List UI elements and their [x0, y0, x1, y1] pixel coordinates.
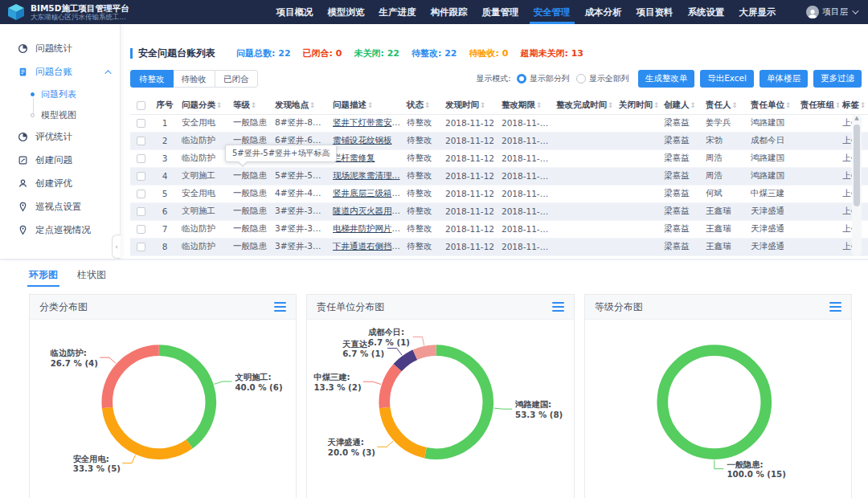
sidebar-item-issue-ledger[interactable]: 问题台账: [0, 60, 120, 84]
donut-slice-1[interactable]: [385, 407, 426, 452]
app-logo[interactable]: BIM5D施工项目管理平台 大东湖核心区污水传输系统工...: [6, 2, 129, 22]
select-all-checkbox[interactable]: [137, 101, 145, 110]
building-floor-button[interactable]: 单体楼层: [760, 70, 808, 88]
label-leader-line: [494, 408, 512, 409]
export-excel-button[interactable]: 导出Excel: [700, 70, 754, 88]
issue-description-link[interactable]: 现场泥浆需清理...: [333, 170, 400, 180]
scroll-up-icon[interactable]: ▲: [852, 115, 862, 121]
donut-slice-0[interactable]: [662, 350, 766, 454]
sort-icon[interactable]: ↕: [785, 101, 792, 109]
more-filter-button[interactable]: 更多过滤: [813, 70, 862, 88]
table-row[interactable]: 8临边防护一般隐患3#竖井-3#...下井通道右侧挡墙...待整改2018-11…: [130, 238, 868, 255]
table-row[interactable]: 1安全用电一般隐患8#竖井-8#...竖井下灯带需安装...待整改2018-11…: [130, 114, 868, 132]
sidebar-item-patrol-point-settings[interactable]: 巡视点设置: [0, 195, 120, 218]
issue-description-link[interactable]: 需铺设花纹钢板: [333, 135, 392, 145]
user-menu[interactable]: 项目层: [806, 6, 858, 18]
status-tab-closed[interactable]: 已闭合: [215, 70, 258, 88]
row-checkbox[interactable]: [137, 207, 145, 216]
nav-item-cost-analysis[interactable]: 成本分析: [578, 0, 629, 24]
sort-icon[interactable]: ↕: [860, 101, 866, 109]
status-tab-pending-rectify[interactable]: 待整改: [130, 70, 174, 88]
issue-description-link[interactable]: 竖井底层三级箱无...: [333, 188, 403, 198]
display-option-partial-columns[interactable]: 显示部分列: [517, 73, 570, 84]
donut-slice-1[interactable]: [108, 407, 190, 454]
chart-tab-donut[interactable]: 环形图: [29, 264, 58, 287]
display-option-all-columns[interactable]: 显示全部列: [576, 73, 629, 84]
donut-label-value: 6.7 % (1): [343, 349, 385, 358]
radio-selected-icon[interactable]: [517, 74, 526, 84]
table-scrollbar[interactable]: ▲: [852, 114, 862, 256]
sort-icon[interactable]: ↕: [424, 101, 431, 109]
stat-pending-accept: 待验收: 0: [469, 47, 509, 59]
hamburger-menu-icon[interactable]: [274, 302, 286, 312]
table-row[interactable]: 5安全用电一般隐患4#竖井-4#...竖井底层三级箱无...待整改2018-11…: [130, 185, 868, 202]
row-checkbox[interactable]: [137, 154, 145, 163]
sidebar-item-review-stats[interactable]: 评优统计: [0, 125, 120, 149]
row-checkbox[interactable]: [137, 119, 145, 128]
sort-icon[interactable]: ↕: [536, 101, 542, 109]
chart-tab-bar[interactable]: 柱状图: [77, 264, 106, 287]
donut-slice-4[interactable]: [416, 350, 436, 355]
sidebar-item-create-review[interactable]: 创建评优: [0, 172, 120, 195]
table-row[interactable]: 7临边防护一般隐患3#竖井-3#...电梯井防护网片缺...待整改2018-11…: [130, 220, 868, 238]
donut-slice-0[interactable]: [426, 350, 489, 454]
sort-icon[interactable]: ↕: [835, 101, 839, 109]
table-row[interactable]: 4文明施工一般隐患5#竖井-5#...现场泥浆需清理...待整改2018-11-…: [130, 167, 868, 185]
sidebar-subitem-model-view[interactable]: 模型视图: [0, 104, 120, 125]
issue-description-link[interactable]: 竖井下灯带需安装...: [333, 117, 403, 127]
donut-slice-2[interactable]: [107, 350, 159, 407]
sidebar-collapse-handle[interactable]: ‹: [112, 235, 121, 259]
row-checkbox[interactable]: [137, 190, 145, 198]
sidebar-item-create-issue[interactable]: 创建问题: [0, 149, 120, 172]
nav-item-quality-management[interactable]: 质量管理: [475, 0, 526, 24]
nav-item-component-tracking[interactable]: 构件跟踪: [424, 0, 475, 24]
sort-icon[interactable]: ↕: [251, 101, 257, 109]
nav-item-project-overview[interactable]: 项目概况: [269, 0, 321, 24]
donut-slice-0[interactable]: [159, 350, 211, 444]
cell-close-time: [616, 114, 661, 132]
sort-icon[interactable]: ↕: [732, 101, 739, 109]
row-checkbox[interactable]: [137, 137, 145, 145]
nav-item-production-progress[interactable]: 生产进度: [372, 0, 424, 24]
issue-description-link[interactable]: 下井通道右侧挡墙...: [333, 241, 403, 251]
sidebar-item-label: 问题台账: [35, 66, 72, 78]
row-checkbox[interactable]: [137, 172, 145, 181]
hamburger-menu-icon[interactable]: [829, 302, 841, 312]
sidebar-subitem-issue-list[interactable]: 问题列表: [0, 84, 120, 104]
sort-icon[interactable]: ↕: [690, 101, 697, 109]
scrollbar-thumb[interactable]: [854, 124, 860, 206]
sort-icon[interactable]: ↕: [309, 101, 316, 109]
nav-item-model-browse[interactable]: 模型浏览: [321, 0, 372, 24]
table-row[interactable]: 6文明施工一般隐患3#竖井-3#...隧道内灭火器用铁...待整改2018-11…: [130, 202, 868, 220]
sort-icon[interactable]: ↕: [608, 101, 614, 109]
issue-description-link[interactable]: 电梯井防护网片缺...: [333, 223, 403, 233]
sort-icon[interactable]: ↕: [480, 101, 486, 109]
status-tab-pending-accept[interactable]: 待验收: [173, 70, 216, 88]
col-index: 序号: [151, 96, 178, 114]
nav-item-safety-management[interactable]: 安全管理: [526, 0, 578, 24]
cell-level: 一般隐患: [230, 220, 272, 238]
issue-description-link[interactable]: 栏杆需修复: [333, 153, 375, 162]
row-checkbox[interactable]: [137, 243, 145, 251]
cell-checkbox: [130, 202, 151, 220]
sidebar-item-issue-stats[interactable]: 问题统计: [0, 37, 120, 60]
sort-icon[interactable]: ↕: [653, 101, 660, 109]
stat-pending-rectify: 待整改: 22: [411, 47, 457, 59]
donut-slice-2[interactable]: [385, 368, 398, 408]
cell-checkbox: [130, 149, 151, 167]
sort-icon[interactable]: ↕: [216, 101, 223, 109]
nav-item-big-screen[interactable]: 大屏显示: [732, 0, 784, 24]
radio-unselected-icon[interactable]: [576, 74, 586, 84]
nav-item-project-documents[interactable]: 项目资料: [629, 0, 681, 24]
issue-description-link[interactable]: 隧道内灭火器用铁...: [333, 206, 403, 215]
cell-level: 一般隐患: [230, 238, 272, 255]
col-tag: 标签↕: [839, 96, 868, 114]
sidebar-item-fixed-patrol-status[interactable]: 定点巡视情况: [0, 218, 120, 242]
row-checkbox[interactable]: [137, 225, 145, 234]
sort-icon[interactable]: ↕: [367, 101, 374, 109]
generate-rectify-order-button[interactable]: 生成整改单: [638, 70, 695, 88]
chart-title: 责任单位分布图: [317, 300, 384, 314]
hamburger-menu-icon[interactable]: [552, 302, 564, 312]
donut-slice-3[interactable]: [398, 355, 416, 368]
nav-item-system-settings[interactable]: 系统设置: [681, 0, 732, 24]
